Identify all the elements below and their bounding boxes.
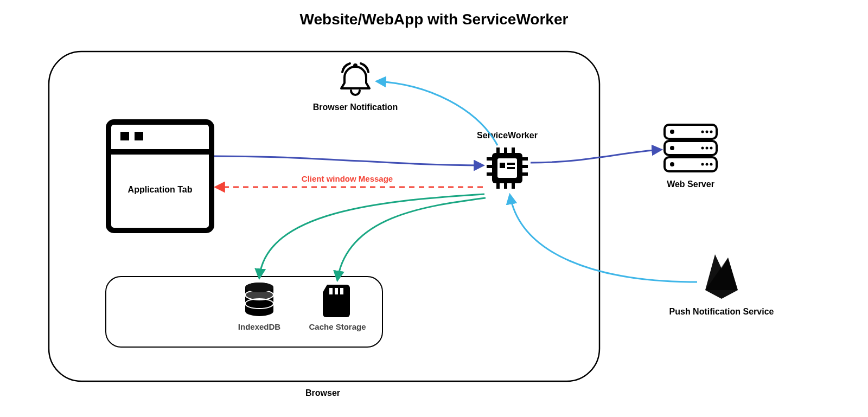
svg-rect-17 — [487, 165, 492, 168]
svg-point-38 — [701, 131, 704, 133]
svg-point-45 — [706, 163, 709, 166]
server-icon — [665, 125, 717, 171]
svg-point-43 — [710, 147, 713, 150]
svg-rect-29 — [329, 288, 333, 294]
application-tab-label: Application Tab — [128, 185, 193, 194]
service-worker-label: ServiceWorker — [477, 131, 538, 140]
svg-point-46 — [710, 163, 713, 166]
indexeddb-label: IndexedDB — [238, 322, 281, 331]
svg-rect-10 — [496, 147, 500, 153]
cache-storage-label: Cache Storage — [309, 322, 366, 331]
diagram-title: Website/WebApp with ServiceWorker — [300, 11, 569, 28]
sd-card-icon — [323, 285, 350, 317]
svg-rect-2 — [120, 132, 129, 140]
svg-rect-18 — [487, 172, 492, 176]
svg-rect-9 — [507, 167, 515, 169]
svg-rect-30 — [335, 288, 338, 294]
browser-notification-label: Browser Notification — [313, 102, 398, 112]
svg-rect-14 — [504, 183, 507, 189]
svg-rect-21 — [522, 172, 528, 176]
svg-rect-12 — [512, 147, 515, 153]
svg-rect-13 — [496, 183, 500, 189]
web-server-label: Web Server — [667, 179, 714, 189]
client-window-message-label: Client window Message — [302, 174, 393, 183]
firebase-icon — [705, 254, 738, 299]
svg-rect-8 — [507, 163, 515, 165]
svg-rect-16 — [487, 157, 492, 161]
svg-rect-15 — [512, 183, 515, 189]
svg-point-35 — [670, 130, 674, 134]
browser-label: Browser — [305, 388, 340, 397]
svg-rect-3 — [135, 132, 143, 140]
svg-point-4 — [353, 63, 358, 68]
svg-rect-7 — [500, 163, 505, 168]
chip-icon — [487, 147, 528, 189]
push-service-label: Push Notification Service — [669, 307, 774, 316]
edge-push-to-sw — [510, 195, 697, 282]
bell-icon — [341, 63, 369, 95]
svg-point-42 — [706, 147, 709, 150]
edge-sw-to-cache — [337, 198, 486, 280]
application-tab-node: Application Tab — [108, 122, 212, 230]
svg-rect-20 — [522, 165, 528, 168]
svg-point-36 — [670, 146, 674, 150]
edge-sw-to-server — [531, 150, 661, 163]
svg-point-28 — [245, 283, 273, 292]
database-icon — [245, 283, 273, 316]
edge-app-to-sw — [214, 156, 483, 165]
svg-point-44 — [701, 163, 704, 166]
svg-point-37 — [670, 162, 674, 166]
svg-rect-19 — [522, 157, 528, 161]
svg-point-39 — [706, 131, 709, 133]
svg-rect-31 — [340, 288, 343, 294]
edge-sw-to-indexeddb — [259, 194, 484, 278]
svg-rect-11 — [504, 147, 507, 153]
svg-point-40 — [710, 131, 713, 133]
diagram-canvas: Website/WebApp with ServiceWorker Browse… — [0, 0, 868, 417]
svg-point-24 — [245, 306, 273, 316]
svg-point-41 — [701, 147, 704, 150]
